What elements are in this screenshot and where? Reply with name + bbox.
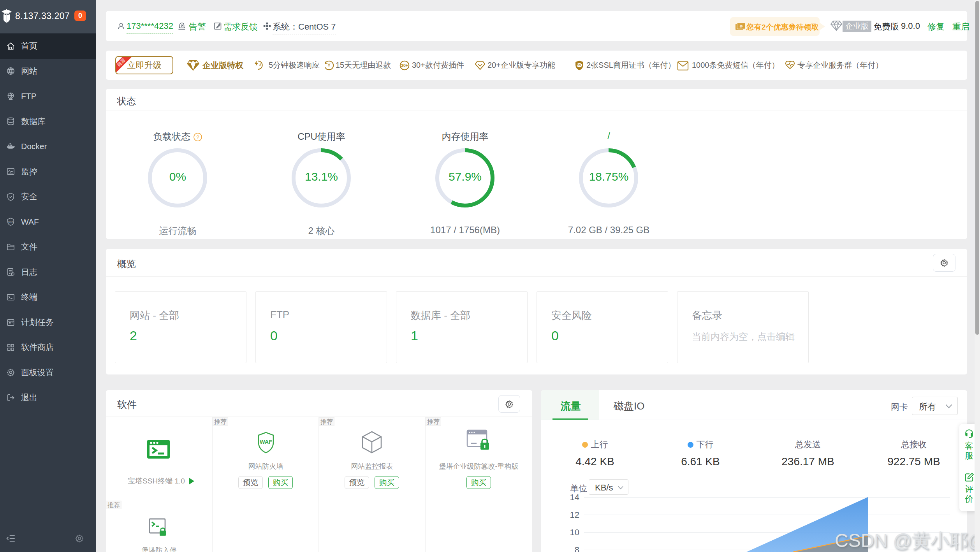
svg-text:14: 14 (570, 494, 579, 502)
svg-text:WAF: WAF (260, 439, 272, 445)
svg-text:30+: 30+ (401, 63, 408, 68)
svg-text:8: 8 (575, 545, 579, 552)
svg-text:SSL: SSL (577, 63, 582, 67)
svg-text:12: 12 (570, 510, 579, 520)
svg-text:?: ? (196, 134, 199, 140)
svg-text:10: 10 (570, 527, 579, 537)
svg-text:券: 券 (739, 25, 743, 28)
svg-text:¥: ¥ (327, 63, 331, 68)
svg-text:WAF: WAF (8, 220, 14, 223)
